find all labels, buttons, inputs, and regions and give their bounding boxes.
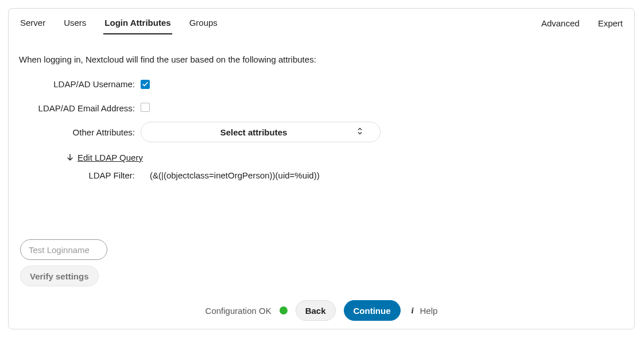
label-other-attributes: Other Attributes: — [19, 127, 141, 137]
settings-card: Server Users Login Attributes Groups Adv… — [8, 8, 635, 329]
info-icon: i — [409, 306, 417, 314]
tab-advanced[interactable]: Advanced — [540, 11, 581, 34]
tab-server[interactable]: Server — [19, 11, 46, 34]
checkbox-username[interactable] — [141, 80, 150, 89]
label-username: LDAP/AD Username: — [19, 79, 141, 89]
tabs-bar: Server Users Login Attributes Groups Adv… — [9, 9, 634, 36]
row-ldap-filter: LDAP Filter: (&(|(objectclass=inetOrgPer… — [19, 170, 624, 180]
select-wrap: Select attributes — [141, 122, 381, 142]
edit-ldap-query-link[interactable]: Edit LDAP Query — [66, 153, 143, 162]
help-label: Help — [420, 306, 438, 316]
checkbox-email[interactable] — [141, 103, 150, 112]
tab-users[interactable]: Users — [63, 11, 87, 34]
footer: Configuration OK Back Continue i Help — [9, 300, 634, 321]
test-loginname-input[interactable] — [20, 239, 107, 260]
check-icon — [142, 82, 148, 87]
row-email: LDAP/AD Email Address: — [19, 98, 624, 118]
pencil-down-icon — [66, 154, 74, 162]
status-text: Configuration OK — [205, 306, 271, 316]
tabs-left: Server Users Login Attributes Groups — [19, 11, 219, 34]
tab-groups[interactable]: Groups — [188, 11, 219, 34]
field-username — [141, 79, 624, 89]
label-email: LDAP/AD Email Address: — [19, 103, 141, 113]
other-attributes-select[interactable]: Select attributes — [141, 122, 381, 142]
help-link[interactable]: i Help — [409, 306, 438, 316]
status-dot-icon — [280, 306, 288, 314]
continue-button[interactable]: Continue — [344, 300, 401, 321]
verify-wrap: Verify settings — [20, 266, 227, 286]
back-button[interactable]: Back — [296, 300, 336, 321]
form-rows: LDAP/AD Username: LDAP/AD Email Address: — [19, 73, 624, 180]
verify-settings-button[interactable]: Verify settings — [20, 266, 99, 286]
edit-ldap-query-label: Edit LDAP Query — [77, 153, 143, 162]
label-ldap-filter: LDAP Filter: — [19, 170, 141, 180]
row-username: LDAP/AD Username: — [19, 73, 624, 94]
value-ldap-filter: (&(|(objectclass=inetOrgPerson))(uid=%ui… — [141, 170, 320, 180]
content: When logging in, Nextcloud will find the… — [9, 36, 634, 180]
tab-expert[interactable]: Expert — [597, 11, 624, 34]
field-other-attributes: Select attributes — [141, 122, 624, 142]
intro-text: When logging in, Nextcloud will find the… — [19, 55, 624, 64]
tab-login-attributes[interactable]: Login Attributes — [103, 11, 172, 34]
row-other-attributes: Other Attributes: Select attributes — [19, 122, 624, 142]
field-email — [141, 103, 624, 114]
bottom-left: Verify settings — [20, 239, 227, 286]
tabs-right: Advanced Expert — [540, 11, 624, 34]
